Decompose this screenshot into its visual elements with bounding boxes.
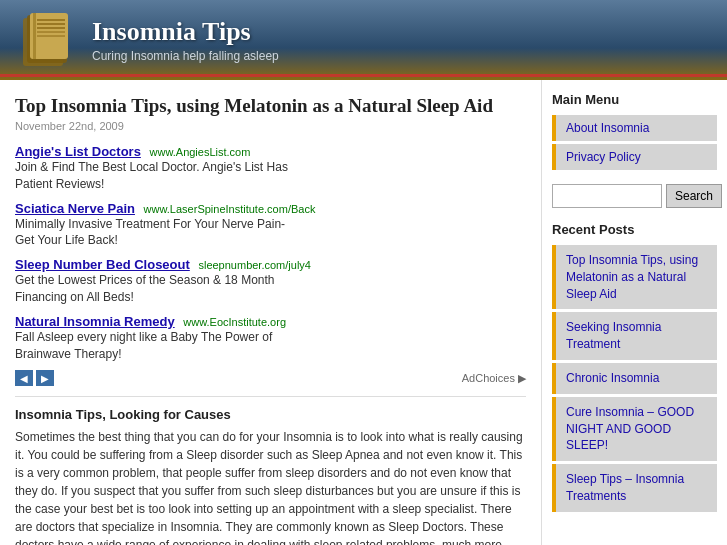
search-button[interactable]: Search xyxy=(666,184,722,208)
header-text: Insomnia Tips Curing Insomnia help falli… xyxy=(92,17,279,63)
article-subtitle: Insomnia Tips, Looking for Causes xyxy=(15,407,526,422)
site-logo-icon xyxy=(15,8,80,73)
ad-prev-button[interactable]: ◀ xyxy=(15,370,33,386)
ad-2-domain: www.LaserSpineInstitute.com/Back xyxy=(144,203,316,215)
sidebar: Main Menu About Insomnia Privacy Policy … xyxy=(542,80,727,545)
search-section: Search xyxy=(552,184,717,208)
ad-4-link[interactable]: Natural Insomnia Remedy xyxy=(15,314,175,329)
ad-4-text: Fall Asleep every night like a Baby The … xyxy=(15,329,526,363)
ad-2-text: Minimally Invasive Treatment For Your Ne… xyxy=(15,216,526,250)
ad-3: Sleep Number Bed Closeout sleepnumber.co… xyxy=(15,257,526,306)
site-title: Insomnia Tips xyxy=(92,17,279,47)
sidebar-item-privacy-policy[interactable]: Privacy Policy xyxy=(552,144,717,170)
page-date: November 22nd, 2009 xyxy=(15,120,526,132)
ad-4-domain: www.EocInstitute.org xyxy=(183,316,286,328)
recent-post-5[interactable]: Sleep Tips – Insomnia Treatments xyxy=(552,464,717,512)
content-area: Top Insomnia Tips, using Melatonin as a … xyxy=(0,80,542,545)
recent-post-2[interactable]: Seeking Insomnia Treatment xyxy=(552,312,717,360)
search-row: Search xyxy=(552,184,717,208)
sidebar-item-about-insomnia[interactable]: About Insomnia xyxy=(552,115,717,141)
ad-1: Angie's List Doctors www.AngiesList.com … xyxy=(15,144,526,193)
ad-2-link[interactable]: Sciatica Nerve Pain xyxy=(15,201,135,216)
content-divider xyxy=(15,396,526,397)
main-menu-title: Main Menu xyxy=(552,92,717,107)
recent-post-3[interactable]: Chronic Insomnia xyxy=(552,363,717,394)
ad-3-text: Get the Lowest Prices of the Season & 18… xyxy=(15,272,526,306)
recent-posts-title: Recent Posts xyxy=(552,222,717,237)
ad-3-domain: sleepnumber.com/july4 xyxy=(198,259,311,271)
site-subtitle: Curing Insomnia help falling asleep xyxy=(92,49,279,63)
ad-2: Sciatica Nerve Pain www.LaserSpineInstit… xyxy=(15,201,526,250)
ad-next-button[interactable]: ▶ xyxy=(36,370,54,386)
page-title: Top Insomnia Tips, using Melatonin as a … xyxy=(15,95,526,117)
ad-choices-label: AdChoices ▶ xyxy=(462,372,526,385)
site-header: Insomnia Tips Curing Insomnia help falli… xyxy=(0,0,727,80)
main-layout: Top Insomnia Tips, using Melatonin as a … xyxy=(0,80,727,545)
ad-1-link[interactable]: Angie's List Doctors xyxy=(15,144,141,159)
ad-navigation: ◀ ▶ AdChoices ▶ xyxy=(15,370,526,386)
recent-post-4[interactable]: Cure Insomnia – GOOD NIGHT AND GOOD SLEE… xyxy=(552,397,717,461)
recent-post-1[interactable]: Top Insomnia Tips, using Melatonin as a … xyxy=(552,245,717,309)
search-input[interactable] xyxy=(552,184,662,208)
ad-1-domain: www.AngiesList.com xyxy=(150,146,251,158)
ad-1-text: Join & Find The Best Local Doctor. Angie… xyxy=(15,159,526,193)
ad-4: Natural Insomnia Remedy www.EocInstitute… xyxy=(15,314,526,363)
svg-rect-3 xyxy=(33,13,36,59)
ad-3-link[interactable]: Sleep Number Bed Closeout xyxy=(15,257,190,272)
article-body: Sometimes the best thing that you can do… xyxy=(15,428,526,545)
